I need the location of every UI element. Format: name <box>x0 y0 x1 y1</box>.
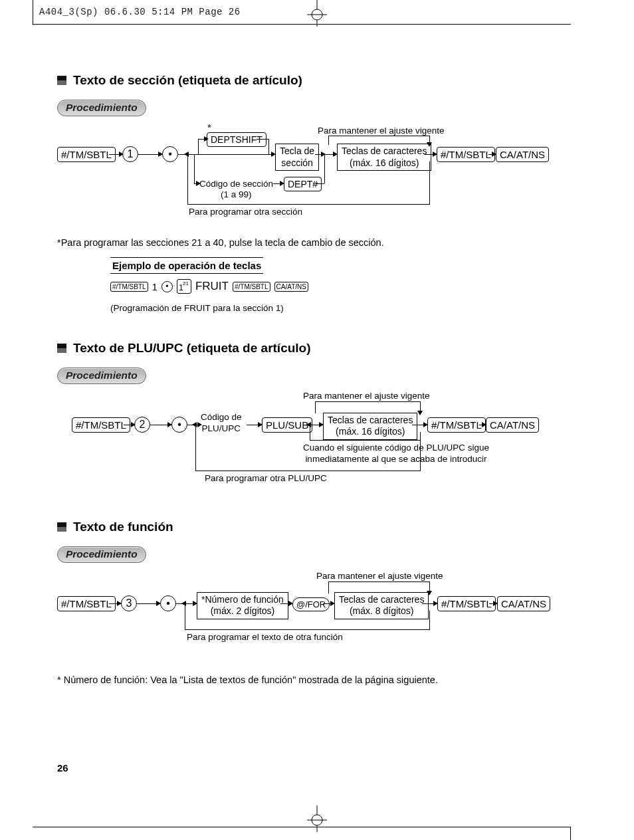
key-tmsbtl-2: #/TM/SBTL <box>427 417 486 433</box>
diagram-3: #/TM/SBTL 3 • *Número de función (máx. 2… <box>57 567 576 653</box>
asterisk: * <box>207 122 211 133</box>
key-caatns: CA/AT/NS <box>486 417 539 433</box>
crop-line <box>33 0 33 25</box>
crop-line <box>33 827 571 827</box>
ex-1: 1 <box>152 281 158 292</box>
label-caracteres: Teclas de caracteres (máx. 16 dígitos) <box>337 144 431 171</box>
example-heading: Ejemplo de operación de teclas <box>110 257 263 274</box>
label-tecla-seccion: Tecla de sección <box>275 144 319 171</box>
diagram-1: #/TM/SBTL 1 • * DEPTSHIFT Tecla de secci… <box>57 120 576 233</box>
section1-footnote: *Para programar las secciones 21 a 40, p… <box>57 237 576 248</box>
label-mantener: Para mantener el ajuste vigente <box>316 571 443 582</box>
label-codigo-plu: Código de PLU/UPC <box>201 412 242 435</box>
key-dot: • <box>160 595 176 611</box>
section-title: Texto de función <box>73 520 173 534</box>
key-3: 3 <box>121 595 137 611</box>
ex-key-1-21: 1 21 <box>177 279 191 294</box>
ex-key-tmsbtl2: #/TM/SBTL <box>233 282 270 292</box>
key-tmsbtl: #/TM/SBTL <box>57 147 116 162</box>
ex-key-caatns: CA/AT/NS <box>274 282 308 292</box>
key-dot: • <box>162 146 178 162</box>
example-block: Ejemplo de operación de teclas #/TM/SBTL… <box>110 257 576 314</box>
page: A404_3(Sp) 06.6.30 5:14 PM Page 26 Texto… <box>0 0 634 840</box>
key-tmsbtl: #/TM/SBTL <box>57 596 116 611</box>
section-title: Texto de sección (etiqueta de artículo) <box>73 73 302 88</box>
ex-dot: • <box>161 281 173 292</box>
crop-mark-icon <box>280 805 354 832</box>
diagram-2: #/TM/SBTL 2 • Código de PLU/UPC PLU/SUB … <box>57 388 576 501</box>
section-heading-1: Texto de sección (etiqueta de artículo) <box>57 73 576 88</box>
example-row: #/TM/SBTL 1 • 1 21 FRUIT #/TM/SBTL CA/AT… <box>110 279 576 294</box>
procedimiento-badge: Procedimiento <box>57 368 146 384</box>
section3-footnote: * Número de función: Vea la "Lista de te… <box>57 675 576 685</box>
key-tmsbtl: #/TM/SBTL <box>72 417 130 433</box>
label-mantener: Para mantener el ajuste vigente <box>303 391 430 402</box>
label-rango: (1 a 99) <box>221 189 252 201</box>
key-for: @/FOR <box>292 597 330 611</box>
ex-key-sup: 21 <box>183 280 189 286</box>
label-otra: Para programar otra PLU/UPC <box>205 473 327 484</box>
procedimiento-badge: Procedimiento <box>57 546 146 563</box>
key-caatns: CA/AT/NS <box>497 596 550 611</box>
bullet-icon <box>57 344 66 353</box>
label-cuando: Cuando el siguiente código de PLU/UPC si… <box>303 443 489 465</box>
key-tmsbtl-2: #/TM/SBTL <box>437 596 496 611</box>
procedimiento-badge: Procedimiento <box>57 100 146 116</box>
crop-mark-icon <box>280 0 354 27</box>
bullet-icon <box>57 522 66 532</box>
content: Texto de sección (etiqueta de artículo) … <box>57 73 576 685</box>
key-2: 2 <box>134 417 150 433</box>
label-codigo: Código de sección <box>199 179 273 190</box>
crop-line <box>570 827 571 840</box>
ex-key-tmsbtl: #/TM/SBTL <box>110 282 148 292</box>
label-otra: Para programar el texto de otra función <box>187 632 343 643</box>
section-heading-3: Texto de función <box>57 520 576 534</box>
label-numfunc: *Número de función (máx. 2 dígitos) <box>197 592 288 619</box>
key-1: 1 <box>122 146 138 162</box>
ex-fruit: FRUIT <box>195 280 229 293</box>
section-heading-2: Texto de PLU/UPC (etiqueta de artículo) <box>57 341 576 356</box>
label-caracteres: Teclas de caracteres (máx. 8 dígitos) <box>334 592 429 619</box>
label-otra: Para programar otra sección <box>189 207 302 218</box>
section-title: Texto de PLU/UPC (etiqueta de artículo) <box>73 341 311 356</box>
bullet-icon <box>57 76 66 85</box>
key-caatns: CA/AT/NS <box>496 147 549 162</box>
key-dot: • <box>171 417 187 433</box>
page-number: 26 <box>57 762 68 774</box>
print-header: A404_3(Sp) 06.6.30 5:14 PM Page 26 <box>39 7 241 17</box>
label-caracteres: Teclas de caracteres (máx. 16 dígitos) <box>323 413 417 440</box>
example-note: (Programación de FRUIT para la sección 1… <box>110 303 576 314</box>
key-tmsbtl-2: #/TM/SBTL <box>437 147 495 162</box>
key-plusub: PLU/SUB <box>262 417 312 433</box>
